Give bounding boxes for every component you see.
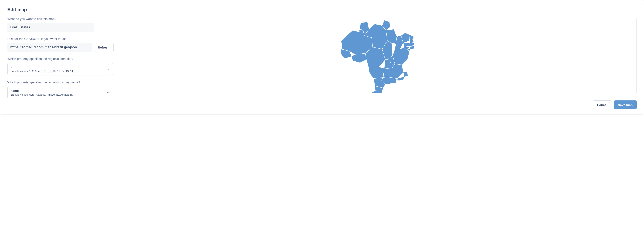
edit-map-modal: Edit map What do you want to call this m… xyxy=(0,0,644,114)
chevron-down-icon xyxy=(107,68,109,70)
geojson-url-label: URL for the GeoJSON file you want to use xyxy=(7,37,114,40)
save-map-button[interactable]: Save map xyxy=(614,100,637,109)
modal-title: Edit map xyxy=(7,7,637,12)
region-display-name-sample: Sample values: Acre, Alagoas, Amazonas, … xyxy=(10,93,74,96)
geojson-url-field: URL for the GeoJSON file you want to use… xyxy=(7,37,114,52)
modal-content: What do you want to call this map? URL f… xyxy=(7,17,637,99)
modal-footer: Cancel Save map xyxy=(593,100,637,109)
region-display-name-value: name xyxy=(10,89,74,92)
cancel-button[interactable]: Cancel xyxy=(593,100,612,109)
region-display-name-select[interactable]: name Sample values: Acre, Alagoas, Amazo… xyxy=(7,86,113,99)
region-identifier-label: Which property specifies the region's id… xyxy=(7,57,114,60)
region-identifier-field: Which property specifies the region's id… xyxy=(7,57,114,75)
region-identifier-value: id xyxy=(10,65,77,69)
region-identifier-select[interactable]: id Sample values: 1, 2, 3, 4, 5, 6, 8, 9… xyxy=(7,63,113,75)
region-display-name-text: name Sample values: Acre, Alagoas, Amazo… xyxy=(10,89,74,96)
region-identifier-sample: Sample values: 1, 2, 3, 4, 5, 6, 8, 9, 1… xyxy=(10,70,77,73)
geojson-url-input[interactable] xyxy=(7,43,92,52)
region-display-name-field: Which property specifies the region's di… xyxy=(7,80,114,99)
refresh-button[interactable]: Refresh xyxy=(94,43,114,52)
brazil-map-svg xyxy=(340,18,418,93)
map-preview xyxy=(121,17,637,94)
geojson-url-row: Refresh xyxy=(7,43,114,52)
region-identifier-text: id Sample values: 1, 2, 3, 4, 5, 6, 8, 9… xyxy=(10,65,77,73)
map-name-input[interactable] xyxy=(7,23,94,32)
map-name-field: What do you want to call this map? xyxy=(7,17,114,32)
chevron-down-icon xyxy=(107,91,109,94)
form-column: What do you want to call this map? URL f… xyxy=(7,17,114,99)
map-name-label: What do you want to call this map? xyxy=(7,17,114,20)
region-display-name-label: Which property specifies the region's di… xyxy=(7,80,114,84)
